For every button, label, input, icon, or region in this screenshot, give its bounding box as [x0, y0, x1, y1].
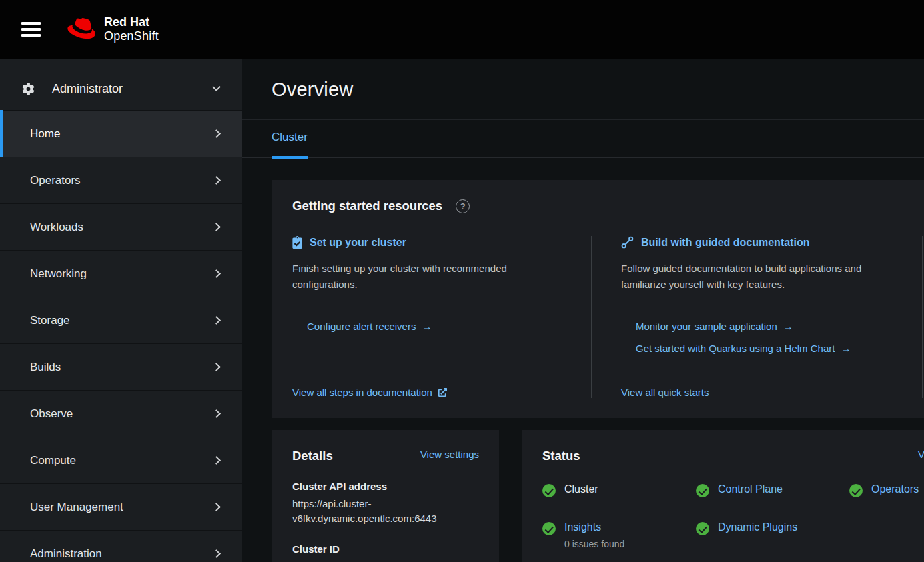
monitor-sample-app-link[interactable]: Monitor your sample application →: [636, 321, 895, 332]
tab-cluster[interactable]: Cluster: [272, 131, 308, 157]
sidebar-item-label: Networking: [30, 267, 213, 281]
getting-started-header: Getting started resources ?: [292, 199, 924, 213]
chevron-right-icon: [212, 409, 221, 418]
status-item-operators: Operators: [849, 483, 924, 497]
cluster-id-label: Cluster ID: [292, 543, 479, 555]
perspective-switcher[interactable]: Administrator: [0, 67, 242, 110]
status-card-header: Status View alerts: [542, 449, 924, 463]
status-link-control-plane[interactable]: Control Plane: [718, 483, 783, 495]
sidebar-item-label: Home: [30, 127, 213, 141]
main-content: Overview Cluster Getting started resourc…: [242, 59, 924, 562]
chevron-right-icon: [212, 456, 221, 465]
guided-doc-column: Build with guided documentation Follow g…: [592, 236, 923, 398]
guided-doc-footer: View all quick starts: [621, 387, 895, 398]
check-circle-icon: [542, 522, 556, 535]
arrow-right-icon: →: [422, 321, 432, 331]
sidebar-item-user-management[interactable]: User Management: [0, 483, 242, 530]
help-icon[interactable]: ?: [456, 199, 470, 213]
nav-toggle-button[interactable]: [16, 17, 46, 42]
chevron-right-icon: [212, 223, 221, 231]
perspective-label: Administrator: [52, 82, 213, 96]
sidebar-item-observe[interactable]: Observe: [0, 390, 242, 437]
setup-cluster-link[interactable]: Set up your cluster: [310, 237, 406, 249]
arrow-right-icon: →: [841, 343, 851, 353]
sidebar-item-label: Compute: [30, 454, 213, 467]
clipboard-check-icon: [292, 236, 302, 249]
sidebar-item-label: Storage: [30, 314, 213, 327]
tab-bar: Cluster: [242, 120, 924, 158]
sidebar-item-storage[interactable]: Storage: [0, 297, 242, 343]
sidebar-item-label: User Management: [30, 501, 213, 514]
status-item-cluster: Cluster: [542, 483, 696, 497]
status-link-dynamic-plugins[interactable]: Dynamic Plugins: [718, 521, 797, 533]
guided-doc-link[interactable]: Build with guided documentation: [641, 237, 809, 249]
sidebar-item-label: Operators: [30, 174, 213, 187]
check-circle-icon: [542, 484, 556, 497]
quarkus-helm-chart-link[interactable]: Get started with Quarkus using a Helm Ch…: [636, 343, 895, 354]
cluster-api-address-label: Cluster API address: [292, 481, 479, 492]
getting-started-columns: Set up your cluster Finish setting up yo…: [292, 236, 924, 398]
sidebar-item-workloads[interactable]: Workloads: [0, 203, 242, 250]
status-label-cluster: Cluster: [564, 483, 598, 495]
status-link-operators[interactable]: Operators: [871, 483, 919, 495]
setup-cluster-heading-row: Set up your cluster: [292, 236, 564, 249]
chevron-down-icon: [212, 83, 221, 91]
status-item-insights: Insights 0 issues found: [542, 521, 696, 549]
chevron-right-icon: [212, 363, 221, 371]
status-grid: Cluster Control Plane Operators Insights: [542, 483, 924, 549]
brand-text: Red Hat OpenShift: [104, 15, 159, 43]
view-all-steps-link[interactable]: View all steps in documentation: [292, 387, 564, 398]
view-settings-link[interactable]: View settings: [420, 449, 479, 460]
redhat-hat-icon: [66, 18, 97, 41]
masthead: Red Hat OpenShift: [0, 0, 924, 59]
setup-cluster-description: Finish setting up your cluster with reco…: [292, 261, 540, 293]
arrow-right-icon: →: [783, 321, 793, 331]
brand-line1: Red Hat: [104, 15, 159, 29]
sidebar-item-administration[interactable]: Administration: [0, 530, 242, 562]
external-link-icon: [438, 388, 447, 397]
status-item-dynamic-plugins: Dynamic Plugins: [696, 521, 849, 549]
sidebar-item-label: Observe: [30, 407, 213, 421]
page-header: Overview: [242, 59, 924, 120]
configure-alert-receivers-link[interactable]: Configure alert receivers →: [307, 321, 564, 332]
sidebar-nav: Administrator Home Operators Workloads N…: [0, 59, 242, 562]
view-alerts-link[interactable]: View alerts: [918, 449, 924, 460]
overview-dashboard: Getting started resources ? Set up your …: [242, 158, 924, 562]
getting-started-title: Getting started resources: [292, 199, 442, 213]
insights-issues-count: 0 issues found: [564, 539, 624, 549]
sidebar-item-networking[interactable]: Networking: [0, 250, 242, 297]
sidebar-item-label: Administration: [30, 547, 213, 561]
check-circle-icon: [696, 522, 709, 535]
chevron-right-icon: [212, 129, 221, 138]
sidebar-item-compute[interactable]: Compute: [0, 437, 242, 483]
page-title: Overview: [272, 79, 894, 101]
nav-list: Home Operators Workloads Networking Stor…: [0, 110, 242, 562]
cluster-api-address-value: https://api.cluster-v6fkv.dynamic.opentl…: [292, 497, 479, 526]
setup-cluster-footer: View all steps in documentation: [292, 387, 564, 398]
details-card-header: Details View settings: [292, 449, 479, 463]
guided-doc-heading-row: Build with guided documentation: [621, 236, 895, 249]
chevron-right-icon: [212, 176, 221, 185]
sidebar-item-builds[interactable]: Builds: [0, 343, 242, 390]
getting-started-card: Getting started resources ? Set up your …: [272, 180, 924, 418]
redhat-openshift-logo[interactable]: Red Hat OpenShift: [66, 15, 159, 43]
status-link-insights[interactable]: Insights: [564, 521, 601, 533]
status-item-control-plane: Control Plane: [696, 483, 849, 497]
sidebar-item-operators[interactable]: Operators: [0, 157, 242, 203]
view-all-quick-starts-link[interactable]: View all quick starts: [621, 387, 895, 398]
chevron-right-icon: [212, 316, 221, 325]
setup-cluster-links: Configure alert receivers →: [307, 321, 564, 332]
sidebar-item-label: Workloads: [30, 221, 213, 234]
check-circle-icon: [696, 484, 709, 497]
check-circle-icon: [849, 484, 863, 497]
chevron-right-icon: [212, 549, 221, 558]
setup-cluster-column: Set up your cluster Finish setting up yo…: [292, 236, 592, 398]
brand-line2: OpenShift: [104, 29, 159, 43]
sidebar-item-home[interactable]: Home: [0, 110, 242, 157]
status-card: Status View alerts Cluster Control Plane…: [522, 430, 924, 562]
guided-doc-description: Follow guided documentation to build app…: [621, 261, 889, 293]
status-card-title: Status: [542, 449, 580, 463]
sidebar-item-label: Builds: [30, 361, 213, 374]
chevron-right-icon: [212, 503, 221, 511]
details-card-title: Details: [292, 449, 333, 463]
